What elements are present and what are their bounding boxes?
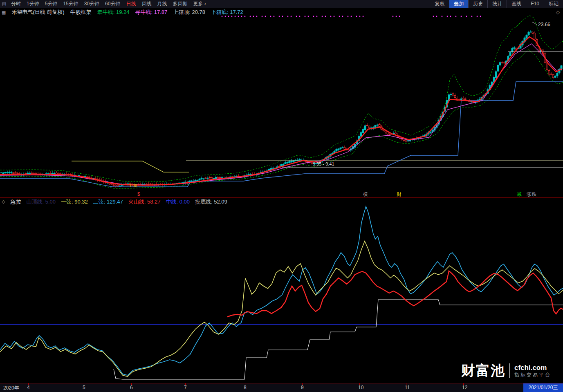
candle-down [197,180,198,181]
indicator-field-1: 二弦: 129.47 [93,198,123,206]
signal-dot [455,16,457,17]
candle-down [291,161,292,162]
toolbar-actions: 复权叠加历史统计画线F10标记 [430,0,563,8]
menu-item-更多 ›[interactable]: 更多 › [190,0,209,8]
menu-item-多周期[interactable]: 多周期 [170,0,190,8]
candle-down [514,48,515,49]
candle-down [52,173,53,174]
menu-item-日线[interactable]: 日线 [123,0,139,8]
candle-down [336,149,337,150]
box-bottom-line [0,82,563,187]
candle-up [462,98,464,99]
signal-dot [256,16,258,17]
signal-dot [442,16,443,17]
axis-label-11: 11 [405,385,410,390]
candle-up [344,148,345,149]
action-button-标记[interactable]: 标记 [544,0,563,8]
signal-dot [231,16,233,17]
action-button-叠加[interactable]: 叠加 [449,0,468,8]
action-button-历史[interactable]: 历史 [468,0,487,8]
window-icon[interactable]: ▦ [2,10,6,15]
candle-down [221,177,223,178]
candle-up [58,173,59,174]
candle-up [49,173,51,174]
candle-up [550,74,552,74]
candle-down [7,172,8,173]
candle-down [54,173,55,174]
candle-up [387,132,388,134]
axis-label-8: 8 [244,385,247,390]
menu-item-30分钟[interactable]: 30分钟 [81,0,102,8]
info-field-1: 牵牛线: 19.24 [97,9,130,16]
action-button-复权[interactable]: 复权 [430,0,449,8]
menu-item-分时[interactable]: 分时 [8,0,24,8]
chart-canvas[interactable]: 23.669.35 - 9.411.00$横财减涨跌 [0,0,563,392]
candle-down [497,65,499,72]
candle-up [452,94,454,96]
candle-down [556,73,558,76]
menu-item-1分钟[interactable]: 1分钟 [24,0,42,8]
action-button-F10[interactable]: F10 [526,0,544,8]
candle-down [203,179,204,179]
menu-item-月线[interactable]: 月线 [154,0,170,8]
signal-dot [316,16,318,17]
axis-label-12: 12 [462,385,467,390]
event-marker: 涨跌 [526,191,536,197]
time-axis[interactable]: 2021/01/20三 2020年456789101112 [0,383,563,392]
signal-dot [282,16,283,17]
candle-down [4,172,6,173]
signal-dot [433,16,434,17]
box-top-step-line [72,161,189,172]
grid-icon[interactable]: ▤ [0,1,8,7]
menu-item-15分钟[interactable]: 15分钟 [60,0,81,8]
candle-down [11,172,12,172]
candle-up [405,140,407,141]
signal-dot [359,16,361,17]
candle-up [217,177,219,178]
collapse-diamond-icon[interactable]: ◇ [2,199,5,204]
axis-label-7: 7 [184,385,187,390]
action-button-画线[interactable]: 画线 [507,0,526,8]
menu-item-周线[interactable]: 周线 [139,0,154,8]
watermark-brand: 财富池 [461,361,505,380]
indicator-values: 一弦: 90.32二弦: 129.47火山线: 58.27中线: 0.00摸底线… [61,198,227,206]
candle-down [213,178,215,179]
menu-item-5分钟[interactable]: 5分钟 [42,0,61,8]
toolbar: ▤ 分时1分钟5分钟15分钟30分钟60分钟日线周线月线多周期更多 › 复权叠加… [0,0,563,8]
action-button-统计[interactable]: 统计 [487,0,507,8]
signal-dot [296,16,297,17]
event-marker: 横 [363,191,368,197]
signal-dot [265,16,266,17]
signal-dot [339,16,340,17]
watermark: 财富池 cfchi.com 指标交易平台 [461,361,551,380]
candle-down [119,186,121,186]
candle-down [364,125,366,130]
signal-dot [396,16,397,17]
candle-up [454,95,456,97]
candle-up [15,172,16,173]
candle-up [532,32,534,34]
candle-down [207,178,209,178]
candle-down [285,163,286,164]
signal-dot [477,16,478,17]
watermark-tagline: 指标交易平台 [514,372,551,378]
diamond-icon[interactable]: ◇ [556,9,563,15]
peak-pointer-line [532,22,537,25]
candle-up [25,173,27,174]
cursor-date-badge: 2021/01/20三 [523,383,563,392]
candle-down [340,148,341,149]
menu-item-60分钟[interactable]: 60分钟 [102,0,123,8]
watermark-domain: cfchi.com [514,363,551,372]
candle-up [348,150,350,150]
candle-down [9,172,10,172]
signal-dot [322,16,323,17]
signal-dot [279,16,280,17]
signal-dot [334,16,335,17]
signal-dot [274,16,275,17]
candle-up [115,185,117,186]
axis-label-6: 6 [130,385,133,390]
indicator-field-0: 一弦: 90.32 [61,198,88,206]
yixian-line [0,241,563,376]
indicator-name[interactable]: 急拉 [10,198,21,206]
candle-down [430,132,431,133]
